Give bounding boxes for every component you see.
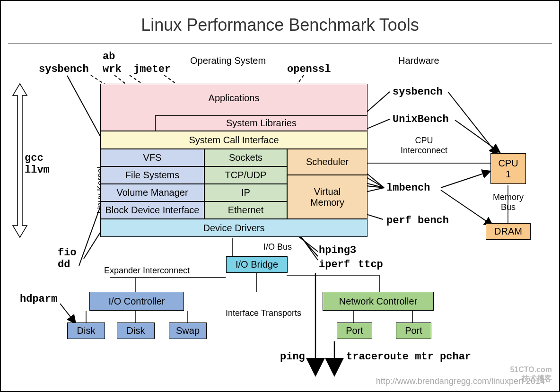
iobridge-box: I/O Bridge bbox=[226, 256, 288, 273]
tcp-box: TCP/UDP bbox=[204, 166, 287, 184]
cpui-label: CPU Interconnect bbox=[401, 136, 447, 156]
tool-ab: ab bbox=[103, 51, 115, 62]
cpu-box: CPU 1 bbox=[490, 153, 526, 184]
tool-hdparm: hdparm bbox=[20, 293, 57, 305]
port1-box: Port bbox=[337, 322, 372, 339]
fs-box: File Systems bbox=[100, 166, 204, 184]
watermark: 51CTO.com 技术博客 bbox=[510, 366, 552, 384]
divider bbox=[8, 44, 552, 44]
syslib-box: System Libraries bbox=[155, 115, 368, 131]
bdi-box: Block Device Interface bbox=[100, 201, 204, 219]
tool-wrk: wrk bbox=[103, 63, 122, 75]
nc-box: Network Controller bbox=[323, 292, 434, 311]
tool-hping3: hping3 bbox=[319, 244, 356, 256]
diagram-page: Linux Performance Benchmark Tools Operat… bbox=[0, 0, 560, 392]
it-label: Interface Transports bbox=[226, 308, 301, 318]
disk1-box: Disk bbox=[67, 322, 105, 339]
tool-sysbench: sysbench bbox=[39, 63, 89, 75]
tool-lmbench: lmbench bbox=[386, 182, 430, 194]
tool-gcc: gcc bbox=[25, 152, 44, 164]
ip-box: IP bbox=[204, 184, 287, 201]
tool-traceroute: traceroute mtr pchar bbox=[346, 351, 471, 363]
swap-box: Swap bbox=[169, 322, 207, 339]
os-label: Operating System bbox=[190, 55, 266, 66]
tool-dd: dd bbox=[58, 259, 70, 270]
tool-llvm: llvm bbox=[25, 164, 50, 176]
exp-label: Expander Interconnect bbox=[104, 266, 190, 276]
tool-perfbench: perf bench bbox=[386, 215, 449, 226]
tool-iperf: iperf bbox=[319, 259, 350, 270]
tool-ping: ping bbox=[280, 351, 305, 363]
sci-box: System Call Interface bbox=[100, 131, 368, 149]
svg-line-8 bbox=[60, 304, 76, 323]
page-title: Linux Performance Benchmark Tools bbox=[1, 15, 559, 35]
dd-box: Device Drivers bbox=[100, 219, 368, 237]
vmem-box: Virtual Memory bbox=[287, 175, 368, 219]
hw-label: Hardware bbox=[398, 55, 439, 66]
eth-box: Ethernet bbox=[204, 201, 287, 219]
ioc-box: I/O Controller bbox=[89, 292, 184, 311]
port2-box: Port bbox=[396, 322, 431, 339]
tool-unixbench: UnixBench bbox=[393, 113, 449, 125]
iobus-label: I/O Bus bbox=[263, 242, 292, 252]
mbus-label: Memory Bus bbox=[493, 192, 524, 212]
svg-line-19 bbox=[455, 120, 500, 152]
sched-box: Scheduler bbox=[287, 149, 368, 175]
svg-line-18 bbox=[448, 92, 498, 155]
sockets-box: Sockets bbox=[204, 149, 287, 166]
svg-line-16 bbox=[441, 171, 490, 188]
tool-ttcp: ttcp bbox=[358, 259, 383, 270]
disk2-box: Disk bbox=[117, 322, 155, 339]
tool-fio: fio bbox=[58, 247, 77, 259]
vfs-box: VFS bbox=[100, 149, 204, 166]
dram-box: DRAM bbox=[486, 223, 531, 240]
tool-openssl: openssl bbox=[287, 63, 331, 75]
svg-line-32 bbox=[287, 273, 436, 278]
tool-jmeter: jmeter bbox=[133, 63, 171, 75]
vm-box: Volume Manager bbox=[100, 184, 204, 201]
tool-sysbench2: sysbench bbox=[393, 86, 443, 98]
